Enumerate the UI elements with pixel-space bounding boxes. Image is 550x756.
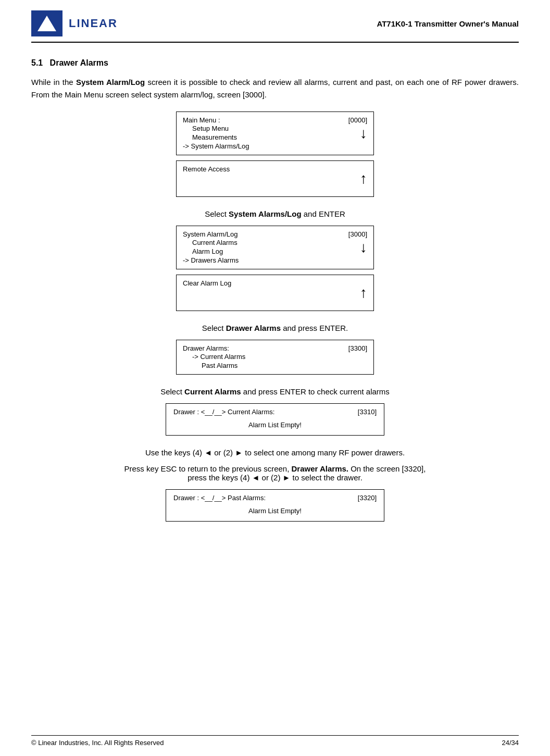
logo-text: LINEAR xyxy=(69,17,118,30)
screen-row-5: Drawer Alarms: [3300] xyxy=(183,344,367,352)
footer: © Linear Industries, Inc. All Rights Res… xyxy=(31,735,519,747)
instruction-4: Use the keys (4) ◄ or (2) ► to select on… xyxy=(31,448,519,457)
header: LINEAR AT71K0-1 Transmitter Owner's Manu… xyxy=(31,10,519,43)
screen-drawer-current-left: Drawer : <__/__> Current Alarms: xyxy=(173,408,274,416)
arrow-up-icon-1: ↑ xyxy=(360,170,367,187)
bold-system-alarms-log: System Alarms/Log xyxy=(229,209,302,218)
screens-group-1: Main Menu : [0000] Setup Menu Measuremen… xyxy=(31,111,519,202)
arrow-down-icon-1: ↓ xyxy=(360,125,367,142)
section-title: 5.1 Drawer Alarms xyxy=(31,58,519,68)
screen-main-menu: Main Menu : [0000] Setup Menu Measuremen… xyxy=(176,111,374,155)
screen-system-alarm-log: System Alarm/Log [3000] Current Alarms A… xyxy=(176,226,374,269)
screen-drawer-alarms: Drawer Alarms: [3300] -> Current Alarms … xyxy=(176,340,374,375)
section-heading: Drawer Alarms xyxy=(50,58,108,67)
page: LINEAR AT71K0-1 Transmitter Owner's Manu… xyxy=(0,0,550,756)
screen-item-current-alarms: Current Alarms xyxy=(192,238,367,247)
screen-item-system-alarms: -> System Alarms/Log xyxy=(183,142,367,151)
footer-copyright: © Linear Industries, Inc. All Rights Res… xyxy=(31,739,164,747)
bold-system-alarm: System Alarm/Log xyxy=(76,78,145,86)
body-paragraph: While in the System Alarm/Log screen it … xyxy=(31,76,519,101)
screen-item-current-alarms-2: -> Current Alarms xyxy=(192,352,367,361)
bold-drawer-alarms: Drawer Alarms xyxy=(226,324,281,332)
screen-item-drawers-alarms: -> Drawers Alarms xyxy=(183,256,367,265)
screen-code-drawer-alarms: [3300] xyxy=(348,344,367,352)
screen-label-main-menu: Main Menu : xyxy=(183,116,220,124)
screen-clear-alarm-log: Clear Alarm Log ↑ xyxy=(176,275,374,311)
screen-item-setup: Setup Menu xyxy=(192,124,367,133)
screen-row-1: Main Menu : [0000] xyxy=(183,116,367,124)
header-title: AT71K0-1 Transmitter Owner's Manual xyxy=(377,19,519,28)
screen-label-drawer-alarms: Drawer Alarms: xyxy=(183,344,229,352)
logo-box xyxy=(31,10,63,36)
screen-item-past-alarms: Past Alarms xyxy=(202,361,367,370)
screen-item-alarm-log: Alarm Log xyxy=(192,247,367,256)
instruction-5: Press key ESC to return to the previous … xyxy=(31,464,519,482)
screens-group-4: Drawer : <__/__> Current Alarms: [3310] … xyxy=(31,403,519,441)
arrow-up-icon-2: ↑ xyxy=(360,284,367,301)
screens-group-5: Drawer : <__/__> Past Alarms: [3320] Ala… xyxy=(31,489,519,527)
bold-current-alarms: Current Alarms xyxy=(184,387,241,396)
instruction-1: Select System Alarms/Log and ENTER xyxy=(31,209,519,218)
screens-group-2: System Alarm/Log [3000] Current Alarms A… xyxy=(31,226,519,316)
screen-code-system-alarm: [3000] xyxy=(348,230,367,238)
screen-drawer-current: Drawer : <__/__> Current Alarms: [3310] … xyxy=(166,403,384,436)
screen-row-6: Drawer : <__/__> Current Alarms: [3310] xyxy=(173,408,377,416)
screen-label-system-alarm: System Alarm/Log xyxy=(183,230,238,238)
logo-icon xyxy=(38,16,56,31)
arrow-down-icon-2: ↓ xyxy=(360,239,367,256)
screen-drawer-past: Drawer : <__/__> Past Alarms: [3320] Ala… xyxy=(166,489,384,522)
screen-alarm-empty-1: Alarm List Empty! xyxy=(173,421,377,429)
screen-drawer-current-code: [3310] xyxy=(358,408,377,416)
footer-page: 24/34 xyxy=(502,739,519,747)
bold-drawer-alarms-2: Drawer Alarms. xyxy=(292,464,349,473)
section-number: 5.1 xyxy=(31,58,43,67)
logo-area: LINEAR xyxy=(31,10,118,36)
screen-alarm-empty-2: Alarm List Empty! xyxy=(173,507,377,515)
screen-drawer-past-left: Drawer : <__/__> Past Alarms: xyxy=(173,494,266,502)
screen-drawer-past-code: [3320] xyxy=(358,494,377,502)
screen-label-clear-alarm-log: Clear Alarm Log xyxy=(183,279,367,287)
screen-label-remote-access: Remote Access xyxy=(183,165,367,173)
screen-code-main-menu: [0000] xyxy=(348,116,367,124)
screen-item-measurements: Measurements xyxy=(192,133,367,142)
screen-row-7: Drawer : <__/__> Past Alarms: [3320] xyxy=(173,494,377,502)
screens-group-3: Drawer Alarms: [3300] -> Current Alarms … xyxy=(31,340,519,380)
instruction-3: Select Current Alarms and press ENTER to… xyxy=(31,387,519,396)
instruction-2: Select Drawer Alarms and press ENTER. xyxy=(31,324,519,332)
screen-remote-access: Remote Access ↑ xyxy=(176,160,374,197)
screen-row-3: System Alarm/Log [3000] xyxy=(183,230,367,238)
